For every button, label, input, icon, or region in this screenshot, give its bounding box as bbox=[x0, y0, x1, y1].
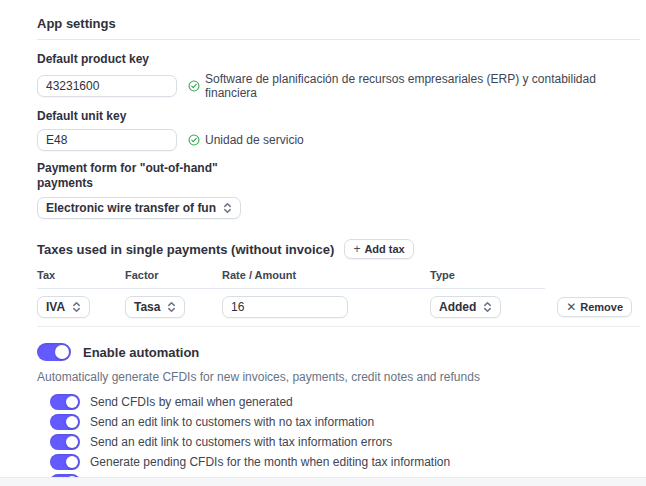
product-key-input[interactable] bbox=[37, 75, 177, 97]
tax-table: Tax Factor Rate / Amount Type IVA Tasa bbox=[37, 269, 640, 327]
option-label: Generate pending CFDIs for the month whe… bbox=[90, 455, 450, 469]
tax-table-header: Tax Factor Rate / Amount Type bbox=[37, 269, 640, 289]
edit-link-errors-toggle[interactable] bbox=[50, 434, 80, 450]
tax-select[interactable]: IVA bbox=[37, 296, 90, 318]
payment-form-select[interactable]: Electronic wire transfer of fun bbox=[37, 197, 241, 219]
edit-link-no-tax-toggle[interactable] bbox=[50, 414, 80, 430]
page-title: App settings bbox=[37, 16, 640, 40]
option-label: Send CFDIs by email when generated bbox=[90, 395, 293, 409]
add-tax-button-label: Add tax bbox=[364, 243, 404, 255]
tax-column-header: Tax bbox=[37, 269, 125, 289]
factor-select[interactable]: Tasa bbox=[125, 296, 185, 318]
chevron-up-down-icon bbox=[483, 301, 492, 313]
automation-description: Automatically generate CFDIs for new inv… bbox=[37, 370, 640, 384]
check-circle-icon bbox=[188, 80, 200, 92]
add-tax-button[interactable]: + Add tax bbox=[344, 239, 413, 259]
automation-option-edit-link-no-tax: Send an edit link to customers with no t… bbox=[50, 414, 640, 430]
taxes-section-title: Taxes used in single payments (without i… bbox=[37, 242, 334, 257]
plus-icon: + bbox=[353, 242, 360, 256]
product-key-label: Default product key bbox=[37, 52, 640, 66]
type-select-value: Added bbox=[439, 300, 476, 314]
product-key-hint: Software de planificación de recursos em… bbox=[188, 72, 640, 100]
product-key-hint-text: Software de planificación de recursos em… bbox=[205, 72, 640, 100]
payment-form-label: Payment form for "out-of-hand" payments bbox=[37, 161, 227, 191]
enable-automation-label: Enable automation bbox=[83, 345, 199, 360]
chevron-up-down-icon bbox=[167, 301, 176, 313]
remove-tax-button-label: Remove bbox=[580, 301, 623, 313]
rate-column-header: Rate / Amount bbox=[222, 269, 430, 289]
tax-table-row: IVA Tasa Added bbox=[37, 289, 640, 327]
type-select[interactable]: Added bbox=[430, 296, 501, 318]
option-label: Send an edit link to customers with tax … bbox=[90, 435, 392, 449]
automation-options: Send CFDIs by email when generated Send … bbox=[50, 394, 640, 486]
rate-amount-input[interactable] bbox=[222, 296, 348, 318]
unit-key-label: Default unit key bbox=[37, 109, 640, 123]
remove-tax-button[interactable]: ✕ Remove bbox=[557, 297, 632, 317]
check-circle-icon bbox=[188, 134, 200, 146]
automation-option-edit-link-errors: Send an edit link to customers with tax … bbox=[50, 434, 640, 450]
automation-option-send-email: Send CFDIs by email when generated bbox=[50, 394, 640, 410]
factor-select-value: Tasa bbox=[134, 300, 160, 314]
payment-form-select-value: Electronic wire transfer of fun bbox=[46, 201, 216, 215]
unit-key-input[interactable] bbox=[37, 129, 177, 151]
option-label: Send an edit link to customers with no t… bbox=[90, 415, 374, 429]
enable-automation-toggle[interactable] bbox=[37, 343, 71, 361]
automation-section: Enable automation Automatically generate… bbox=[37, 343, 640, 486]
chevron-up-down-icon bbox=[72, 301, 81, 313]
factor-column-header: Factor bbox=[125, 269, 222, 289]
unit-key-hint-text: Unidad de servicio bbox=[205, 133, 304, 147]
chevron-up-down-icon bbox=[223, 202, 232, 214]
type-column-header: Type bbox=[430, 269, 545, 289]
footer-divider bbox=[0, 477, 646, 486]
pending-cfdis-toggle[interactable] bbox=[50, 454, 80, 470]
send-cfdis-email-toggle[interactable] bbox=[50, 394, 80, 410]
unit-key-hint: Unidad de servicio bbox=[188, 133, 304, 147]
automation-option-pending-cfdis: Generate pending CFDIs for the month whe… bbox=[50, 454, 640, 470]
tax-select-value: IVA bbox=[46, 300, 65, 314]
close-icon: ✕ bbox=[566, 300, 576, 314]
app-settings-panel: App settings Default product key Softwar… bbox=[0, 0, 646, 486]
